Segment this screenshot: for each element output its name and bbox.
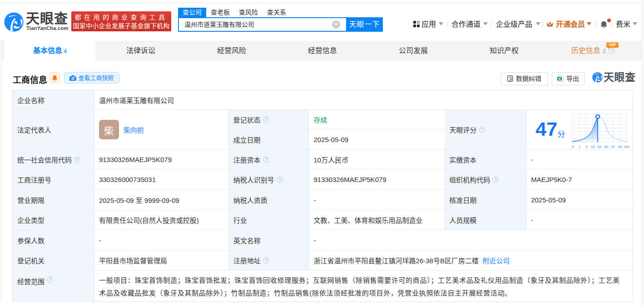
svg-text:15: 15 xyxy=(591,145,595,149)
svg-text:0: 0 xyxy=(572,145,574,149)
svg-text:3: 3 xyxy=(585,145,588,149)
svg-text:100: 100 xyxy=(624,145,630,149)
svg-text:85: 85 xyxy=(604,145,609,149)
svg-text:50: 50 xyxy=(598,145,602,149)
svg-text:99: 99 xyxy=(618,145,622,149)
svg-text:1: 1 xyxy=(579,145,581,149)
svg-text:97: 97 xyxy=(611,145,615,149)
